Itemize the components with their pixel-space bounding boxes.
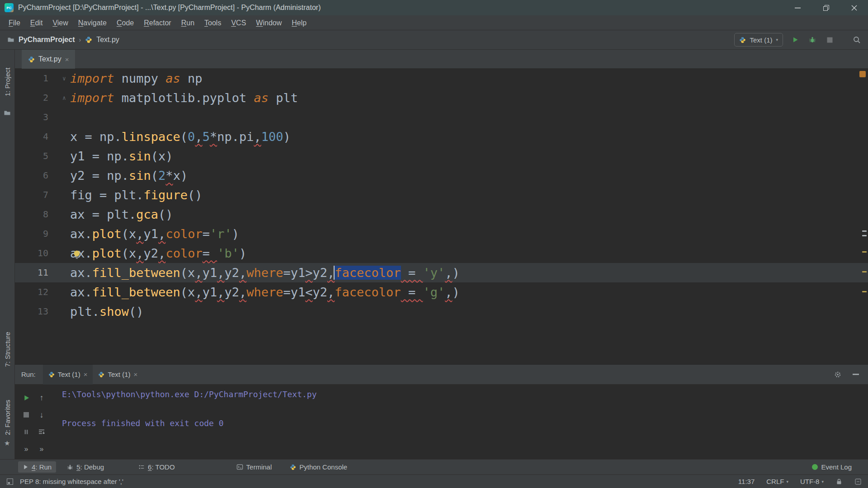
line-number: 8 xyxy=(15,205,58,224)
line-number: 7 xyxy=(15,185,58,205)
code-line[interactable]: 10ax.plot(x,y2,color= 'b') xyxy=(15,244,868,263)
close-icon[interactable]: × xyxy=(84,371,88,378)
up-stack-trace-icon[interactable]: ↑ xyxy=(37,393,47,403)
search-everywhere-icon[interactable] xyxy=(852,35,862,45)
menu-item[interactable]: Edit xyxy=(25,15,48,30)
menu-item[interactable]: Window xyxy=(251,15,287,30)
editor-tab-textpy[interactable]: Text.py × xyxy=(22,50,75,69)
chevron-down-icon: ▾ xyxy=(776,38,778,42)
console-output[interactable]: E:\Tools\python\python.exe D:/PyCharmPro… xyxy=(62,387,859,459)
line-number: 13 xyxy=(15,302,58,321)
toolwindow-button-python-console[interactable]: Python Console xyxy=(285,461,352,473)
toolwindow-switcher-icon[interactable] xyxy=(6,478,14,485)
debug-button[interactable] xyxy=(807,35,817,45)
run-tab-1[interactable]: Text (1) × xyxy=(43,365,93,385)
toolwindow-button-run[interactable]: 4: Run xyxy=(18,461,56,473)
fold-marker-icon[interactable]: ∨ xyxy=(58,69,70,88)
lock-icon[interactable] xyxy=(835,478,843,485)
indicator-icon[interactable] xyxy=(854,478,862,485)
stop-button[interactable] xyxy=(21,410,31,420)
run-button[interactable] xyxy=(790,35,800,45)
line-separator-value: CRLF xyxy=(766,478,784,485)
status-widgets: 11:37 CRLF ▾ UTF-8 ▾ xyxy=(738,478,862,485)
code-line[interactable]: 1∨import numpy as np xyxy=(15,69,868,88)
toolwindow-button-debug[interactable]: 5: Debug xyxy=(62,461,108,473)
hide-panel-icon[interactable] xyxy=(851,370,861,380)
code-line[interactable]: 9ax.plot(x,y1,color='r') xyxy=(15,224,868,244)
sidebar-item-project[interactable]: 1: Project xyxy=(0,58,15,105)
error-stripe-mark[interactable] xyxy=(862,291,867,292)
menu-item[interactable]: Help xyxy=(287,15,311,30)
restore-button[interactable] xyxy=(812,0,840,15)
fold-gutter xyxy=(58,166,70,185)
code-line[interactable]: 4x = np.linspace(0,5*np.pi,100) xyxy=(15,127,868,146)
more-actions-icon[interactable]: » xyxy=(37,444,47,454)
run-tab-label: Text (1) xyxy=(58,371,80,378)
status-message[interactable]: PEP 8: missing whitespace after ',' xyxy=(20,478,123,485)
scroll-to-end-icon[interactable] xyxy=(37,427,47,437)
minimize-button[interactable] xyxy=(784,0,812,15)
error-stripe-mark[interactable] xyxy=(862,271,867,272)
sidebar-item-structure[interactable]: 7: Structure xyxy=(0,330,15,369)
run-tab-2[interactable]: Text (1) × xyxy=(93,365,143,385)
code-text: ax.plot(x,y1,color='r') xyxy=(70,224,239,244)
caret-position[interactable]: 11:37 xyxy=(738,478,755,485)
code-line[interactable]: 3 xyxy=(15,108,868,127)
error-stripe-mark[interactable] xyxy=(862,235,867,236)
event-log-button[interactable]: Event Log xyxy=(807,461,856,473)
todo-list-icon xyxy=(138,464,145,470)
code-line[interactable]: 13plt.show() xyxy=(15,302,868,321)
toolwindow-label: Event Log xyxy=(821,463,852,471)
inspection-indicator[interactable] xyxy=(859,71,866,77)
line-number: 12 xyxy=(15,282,58,302)
fold-gutter xyxy=(58,244,70,263)
fold-gutter xyxy=(58,263,70,282)
menu-item[interactable]: Run xyxy=(176,15,199,30)
code-line[interactable]: 5y1 = np.sin(x) xyxy=(15,146,868,166)
error-stripe-mark[interactable] xyxy=(862,230,867,232)
close-icon[interactable]: × xyxy=(133,371,137,378)
folder-icon[interactable] xyxy=(4,109,11,117)
intention-bulb-icon[interactable] xyxy=(72,249,82,259)
python-file-icon xyxy=(85,36,92,43)
minimize-icon xyxy=(795,7,801,9)
close-icon[interactable]: × xyxy=(65,56,69,63)
code-line[interactable]: 2∧import matplotlib.pyplot as plt xyxy=(15,88,868,108)
fold-marker-icon[interactable]: ∧ xyxy=(58,88,70,108)
breadcrumb-project[interactable]: PyCharmProject xyxy=(19,36,75,44)
breadcrumb-file[interactable]: Text.py xyxy=(96,36,119,44)
code-line[interactable]: 11ax.fill_between(x,y1,y2,where=y1>y2,fa… xyxy=(15,263,868,282)
menu-item[interactable]: VCS xyxy=(226,15,251,30)
close-button[interactable] xyxy=(840,0,868,15)
menu-item[interactable]: Code xyxy=(112,15,139,30)
line-number: 1 xyxy=(15,69,58,88)
code-editor[interactable]: 1∨import numpy as np2∧import matplotlib.… xyxy=(15,69,868,364)
code-line[interactable]: 12ax.fill_between(x,y1,y2,where=y1<y2,fa… xyxy=(15,282,868,302)
stop-button[interactable] xyxy=(825,35,835,45)
down-stack-trace-icon[interactable]: ↓ xyxy=(37,410,47,420)
toolwindow-button-terminal[interactable]: Terminal xyxy=(232,461,277,473)
menu-item[interactable]: File xyxy=(4,15,25,30)
rerun-button[interactable] xyxy=(21,393,31,403)
code-line[interactable]: 6y2 = np.sin(2*x) xyxy=(15,166,868,185)
line-separator-widget[interactable]: CRLF ▾ xyxy=(766,478,788,485)
menu-item[interactable]: Tools xyxy=(199,15,226,30)
toolwindow-label: 5: Debug xyxy=(76,463,104,471)
sidebar-item-favorites[interactable]: 2: Favorites xyxy=(0,396,15,439)
console-toolbar: ↑ ↓ » » xyxy=(19,389,49,458)
file-encoding-widget[interactable]: UTF-8 ▾ xyxy=(800,478,824,485)
pause-output-icon[interactable] xyxy=(21,427,31,437)
code-line[interactable]: 7fig = plt.figure() xyxy=(15,185,868,205)
menu-item[interactable]: Navigate xyxy=(73,15,112,30)
line-number: 10 xyxy=(15,244,58,263)
menu-item[interactable]: View xyxy=(47,15,73,30)
code-line[interactable]: 8ax = plt.gca() xyxy=(15,205,868,224)
star-icon[interactable]: ★ xyxy=(4,439,10,447)
toolwindow-button-todo[interactable]: 6: TODO xyxy=(134,461,179,473)
more-actions-icon[interactable]: » xyxy=(21,444,31,454)
run-config-selector[interactable]: Text (1) ▾ xyxy=(734,33,783,47)
menu-item[interactable]: Refactor xyxy=(139,15,176,30)
settings-gear-icon[interactable] xyxy=(833,370,843,380)
error-stripe-mark[interactable] xyxy=(862,251,867,253)
run-panel-label: Run: xyxy=(21,371,36,378)
